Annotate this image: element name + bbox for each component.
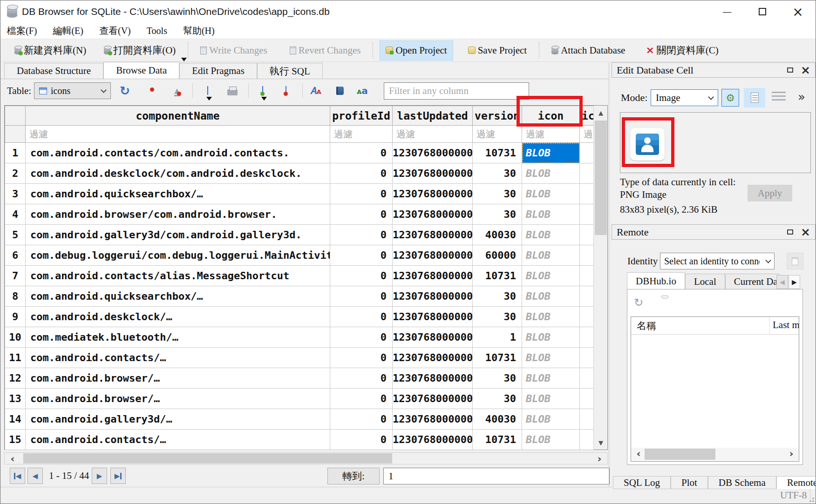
cell-componentname[interactable]: com.android.gallery3d/com.android.galler… — [26, 225, 330, 245]
cell-extra[interactable] — [580, 348, 594, 368]
cell-icon[interactable]: BLOB — [522, 307, 580, 327]
new-database-button[interactable]: 新建資料庫(N) — [9, 40, 92, 60]
cell-lastupdated[interactable]: 1230768000000 — [393, 389, 473, 409]
cell-icon[interactable]: BLOB — [522, 266, 580, 286]
vertical-scrollbar[interactable]: ▲ ▼ — [593, 106, 607, 450]
tab-sql-log[interactable]: SQL Log — [613, 476, 671, 489]
dock-splitter[interactable] — [609, 62, 609, 487]
cell-componentname[interactable]: com.android.browser/… — [26, 389, 330, 409]
cell-profileid[interactable]: 0 — [330, 225, 393, 245]
row-number[interactable]: 15 — [5, 430, 26, 450]
cell-version[interactable]: 30 — [473, 184, 522, 204]
cell-lastupdated[interactable]: 1230768000000 — [393, 245, 473, 266]
identity-select[interactable]: Select an identity to conne — [660, 253, 775, 269]
cell-lastupdated[interactable]: 1230768000000 — [393, 143, 473, 163]
export-dropdown-icon[interactable] — [206, 97, 212, 101]
cell-version[interactable]: 30 — [473, 204, 522, 225]
cell-extra[interactable] — [580, 409, 594, 430]
cell-componentname[interactable]: com.android.quicksearchbox/… — [26, 286, 330, 307]
open-database-dropdown-icon[interactable] — [181, 58, 187, 61]
cell-lastupdated[interactable]: 1230768000000 — [393, 368, 473, 389]
more-tools-button[interactable]: » — [798, 90, 805, 104]
close-database-button[interactable]: × 關閉資料庫(C) — [640, 40, 724, 60]
clear-filters-button[interactable] — [146, 84, 160, 97]
menu-edit[interactable]: 編輯(E) — [53, 25, 83, 37]
cell-componentname[interactable]: com.android.gallery3d/… — [26, 409, 330, 430]
close-button[interactable]: × — [780, 0, 816, 23]
save-project-button[interactable]: Save Project — [462, 41, 533, 60]
cell-icon[interactable]: BLOB — [522, 389, 580, 409]
open-database-button[interactable]: 打開資料庫(O) — [98, 40, 181, 60]
cell-profileid[interactable]: 0 — [330, 245, 393, 266]
refresh-button[interactable]: ↻ — [118, 84, 132, 97]
cell-extra[interactable] — [580, 430, 594, 450]
row-number[interactable]: 2 — [5, 163, 26, 184]
column-header-version[interactable]: version — [473, 106, 522, 126]
cell-componentname[interactable]: com.android.quicksearchbox/… — [26, 184, 330, 204]
cell-componentname[interactable]: com.android.contacts/… — [26, 348, 330, 368]
cell-version[interactable]: 30 — [473, 286, 522, 307]
horizontal-scrollbar[interactable]: ‹ › — [4, 452, 608, 464]
cell-version[interactable]: 10731 — [473, 430, 522, 450]
row-number[interactable]: 14 — [5, 409, 26, 430]
first-record-button[interactable]: ◀ — [10, 468, 25, 484]
cell-lastupdated[interactable]: 1230768000000 — [393, 286, 473, 307]
table-select[interactable]: icons — [34, 82, 111, 99]
cell-extra[interactable] — [580, 266, 594, 286]
horizontal-scroll-thumb[interactable] — [23, 453, 392, 464]
row-number[interactable]: 5 — [5, 225, 26, 245]
cell-componentname[interactable]: com.android.contacts/… — [26, 430, 330, 450]
cell-icon[interactable]: BLOB — [522, 184, 580, 204]
cell-lastupdated[interactable]: 1230768000000 — [393, 184, 473, 204]
float-panel-icon[interactable] — [787, 229, 793, 235]
import-export-settings-button[interactable]: ⚙ — [721, 89, 739, 107]
cell-componentname[interactable]: com.android.browser/… — [26, 368, 330, 389]
cell-profileid[interactable]: 0 — [330, 143, 393, 163]
cell-componentname[interactable]: com.mediatek.bluetooth/… — [26, 327, 330, 348]
cell-extra[interactable] — [580, 389, 594, 409]
export-table-button[interactable] — [201, 84, 215, 97]
cell-componentname[interactable]: com.android.deskclock/… — [26, 307, 330, 327]
tab-edit-pragmas[interactable]: Edit Pragmas — [179, 63, 257, 79]
column-header-componentname[interactable]: componentName — [26, 106, 330, 126]
tab-remote[interactable]: Remote — [776, 476, 816, 489]
cell-version[interactable]: 10731 — [473, 348, 522, 368]
cell-icon[interactable]: BLOB — [522, 409, 580, 430]
cell-profileid[interactable]: 0 — [330, 348, 393, 368]
menu-file[interactable]: 檔案(F) — [7, 25, 37, 37]
scroll-left-icon[interactable]: ‹ — [632, 448, 646, 459]
cell-icon[interactable]: BLOB — [522, 348, 580, 368]
cell-version[interactable]: 40030 — [473, 225, 522, 245]
cell-profileid[interactable]: 0 — [330, 389, 393, 409]
cell-profileid[interactable]: 0 — [330, 204, 393, 225]
column-header-partial[interactable]: ic — [580, 106, 594, 126]
cell-extra[interactable] — [580, 245, 594, 266]
insert-dropdown-icon[interactable] — [261, 97, 267, 101]
cell-version[interactable]: 30 — [473, 163, 522, 184]
tab-scroll-left-icon[interactable]: ◀ — [776, 275, 788, 289]
cell-profileid[interactable]: 0 — [330, 327, 393, 348]
column-header-icon[interactable]: icon — [522, 106, 580, 126]
cell-icon[interactable]: BLOB — [522, 163, 580, 184]
cell-extra[interactable] — [580, 143, 594, 163]
filter-lastupdated[interactable]: 過濾 — [393, 126, 473, 143]
close-panel-icon[interactable]: × — [801, 228, 810, 237]
cell-version[interactable]: 10731 — [473, 266, 522, 286]
cell-componentname[interactable]: com.android.deskclock/com.android.deskcl… — [26, 163, 330, 184]
cell-extra[interactable] — [580, 225, 594, 245]
close-panel-icon[interactable]: × — [801, 66, 810, 75]
cell-icon[interactable]: BLOB — [522, 245, 580, 266]
clear-sorting-button[interactable]: ▲ — [170, 84, 184, 97]
font-format-button[interactable]: 𝐴A — [309, 84, 323, 97]
row-number[interactable]: 3 — [5, 184, 26, 204]
row-number[interactable]: 11 — [5, 348, 26, 368]
cell-lastupdated[interactable]: 1230768000000 — [393, 204, 473, 225]
cell-profileid[interactable]: 0 — [330, 266, 393, 286]
cell-extra[interactable] — [580, 307, 594, 327]
tab-database-structure[interactable]: Database Structure — [4, 63, 103, 79]
cell-componentname[interactable]: com.debug.loggerui/com.debug.loggerui.Ma… — [26, 245, 330, 266]
minimize-button[interactable]: — — [709, 0, 745, 23]
filter-version[interactable]: 過濾 — [473, 126, 522, 143]
scroll-down-icon[interactable]: ▼ — [594, 436, 608, 450]
float-panel-icon[interactable] — [787, 67, 793, 73]
